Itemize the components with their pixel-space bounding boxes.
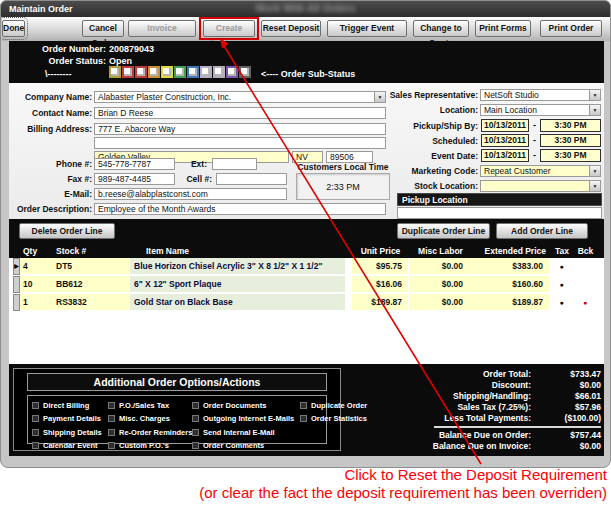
unit-price-cell: $16.06	[352, 276, 409, 293]
option-item[interactable]: Re-Order Reminders	[108, 426, 192, 438]
total-row: Sales Tax (7.25%):$57.96	[339, 402, 601, 413]
substatus-checkbox-4[interactable]	[148, 66, 160, 78]
sales-rep-label: Sales Representative:	[339, 90, 478, 100]
checkbox-icon[interactable]	[32, 402, 39, 409]
options-column-2: P.O./Sales TaxMisc. ChargesRe-Order Remi…	[108, 399, 192, 453]
table-row[interactable]: 1RS3832Gold Star on Black Base$189.87$0.…	[13, 294, 597, 312]
checkbox-icon[interactable]	[32, 429, 39, 436]
location-field[interactable]: Main Location ▼	[480, 104, 601, 116]
duplicate-order-line-button[interactable]: Duplicate Order Line	[397, 223, 490, 239]
add-order-line-button[interactable]: Add Order Line	[496, 223, 588, 239]
checkbox-icon[interactable]	[300, 415, 307, 422]
options-column-3: Order DocumentsOutgoing Internet E-Mails…	[192, 399, 294, 453]
checkbox-icon[interactable]	[192, 442, 199, 449]
item-name-cell: Gold Star on Black Base	[130, 294, 346, 311]
option-item[interactable]: Calendar Event	[32, 440, 102, 452]
order-status-value: Open	[109, 56, 132, 66]
event-date-date[interactable]: 10/13/2011	[481, 149, 529, 162]
email-field[interactable]: b.reese@alabplastconst.com	[94, 188, 287, 200]
line-items-section: Delete Order Line Duplicate Order Line A…	[9, 219, 604, 364]
checkbox-icon[interactable]	[32, 442, 39, 449]
phone-field[interactable]: 545-778-7787	[94, 158, 175, 170]
option-label: Calendar Event	[43, 441, 98, 450]
option-item[interactable]: P.O./Sales Tax	[108, 399, 192, 411]
ext-field[interactable]	[212, 158, 257, 170]
substatus-checkbox-8[interactable]	[200, 66, 212, 78]
checkbox-icon[interactable]	[300, 402, 307, 409]
pickup-location-field[interactable]	[397, 207, 602, 219]
trigger-event-button[interactable]: Trigger Event	[327, 20, 407, 37]
checkbox-icon[interactable]	[108, 415, 115, 422]
pickup-ship-time[interactable]: 3:30 PM	[540, 119, 601, 132]
option-item[interactable]: Order Documents	[192, 399, 294, 411]
option-item[interactable]: Custom P.O.'s	[108, 440, 192, 452]
option-item[interactable]: Send Internal E-Mail	[192, 426, 294, 438]
substatus-caption: <---- Order Sub-Status	[261, 69, 355, 79]
cell-field[interactable]	[216, 173, 287, 185]
chevron-down-icon[interactable]: ▼	[589, 181, 600, 191]
checkbox-icon[interactable]	[108, 442, 115, 449]
option-item[interactable]: Outgoing Internet E-Mails	[192, 413, 294, 425]
phone-value: 545-778-7787	[98, 159, 151, 169]
option-label: Order Documents	[203, 401, 266, 410]
substatus-checkbox-10[interactable]	[226, 66, 238, 78]
print-order-button[interactable]: Print Order	[540, 20, 602, 37]
fax-field[interactable]: 989-487-4485	[94, 173, 175, 185]
table-row[interactable]: ▶4DT5Blue Horizon Chisel Acrylic 3" X 8 …	[13, 258, 597, 276]
substatus-checkbox-2[interactable]	[122, 66, 134, 78]
checkbox-icon[interactable]	[108, 429, 115, 436]
substatus-checkbox-6[interactable]	[174, 66, 186, 78]
option-item[interactable]: Direct Billing	[32, 399, 102, 411]
substatus-checkbox-3[interactable]	[135, 66, 147, 78]
extended-price-cell: $383.00	[472, 258, 550, 275]
option-label: Misc. Charges	[119, 414, 170, 423]
unit-price-cell: $95.75	[352, 258, 409, 275]
total-value: $733.47	[543, 369, 601, 380]
substatus-checkbox-5[interactable]	[161, 66, 173, 78]
order-description-field[interactable]: Employee of the Month Awards	[94, 203, 386, 215]
date-time-separator: -	[533, 150, 536, 160]
print-forms-button[interactable]: Print Forms	[475, 20, 531, 37]
done-button[interactable]: Done	[2, 20, 25, 37]
stock-location-field[interactable]: ▼	[480, 180, 601, 192]
substatus-checkbox-9[interactable]	[213, 66, 225, 78]
line-items-rows: ▶4DT5Blue Horizon Chisel Acrylic 3" X 8 …	[13, 258, 597, 312]
checkbox-icon[interactable]	[32, 415, 39, 422]
substatus-checkbox-7[interactable]	[187, 66, 199, 78]
checkbox-icon[interactable]	[192, 402, 199, 409]
delete-order-line-button[interactable]: Delete Order Line	[19, 223, 115, 239]
checkbox-icon[interactable]	[192, 415, 199, 422]
substatus-checkbox-1[interactable]	[109, 66, 121, 78]
change-to-quote-button[interactable]: Change to Quote	[413, 20, 469, 37]
order-totals: Order Total:$733.47Discount:$0.00Shippin…	[339, 369, 601, 452]
chevron-down-icon[interactable]: ▼	[589, 105, 600, 115]
sales-rep-field[interactable]: NetSoft Studio ▼	[480, 89, 601, 101]
scheduled-time[interactable]: 3:30 PM	[540, 134, 601, 147]
invoice-button[interactable]: Invoice	[128, 20, 196, 37]
checkbox-icon[interactable]	[192, 429, 199, 436]
row-selector-icon	[13, 294, 20, 311]
option-item[interactable]: Payment Details	[32, 413, 102, 425]
option-item[interactable]: Order Comments	[192, 440, 294, 452]
checkbox-icon[interactable]	[108, 402, 115, 409]
order-description-label: Order Description:	[9, 204, 92, 214]
option-item[interactable]: Misc. Charges	[108, 413, 192, 425]
total-label: Shipping/Handling:	[339, 391, 543, 402]
chevron-down-icon[interactable]: ▼	[589, 166, 600, 176]
option-item[interactable]: Shipping Details	[32, 426, 102, 438]
substatus-checkbox-11[interactable]	[239, 66, 251, 78]
reset-deposit-button[interactable]: Reset Deposit	[261, 20, 321, 37]
scheduled-date[interactable]: 10/13/2011	[481, 134, 529, 147]
contact-name-value: Brian D Reese	[98, 108, 153, 118]
qty-cell: 10	[20, 276, 48, 293]
item-name-cell: 6" X 12" Sport Plaque	[130, 276, 346, 293]
order-number-label: Order Number:	[14, 44, 106, 54]
chevron-down-icon[interactable]: ▼	[589, 90, 600, 100]
total-row: Shipping/Handling:$66.01	[339, 391, 601, 402]
event-date-time[interactable]: 3:30 PM	[540, 149, 601, 162]
table-row[interactable]: 10BB6126" X 12" Sport Plaque$16.06$0.00$…	[13, 276, 597, 294]
cancel-order-button[interactable]: Cancel Order	[82, 20, 124, 37]
marketing-code-field[interactable]: Repeat Customer ▼	[480, 165, 601, 177]
pickup-ship-date[interactable]: 10/13/2011	[481, 119, 529, 132]
cell-label: Cell #:	[179, 174, 212, 184]
